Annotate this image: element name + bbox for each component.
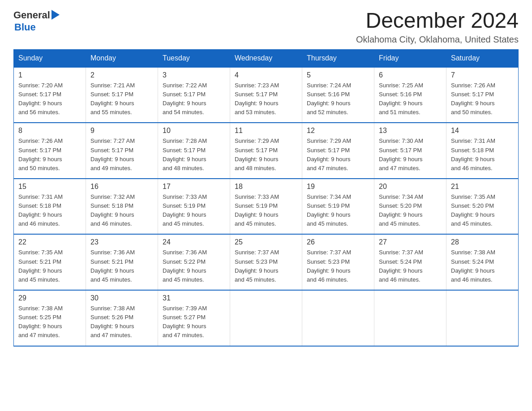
day-number: 16 [90, 183, 153, 191]
day-number: 5 [307, 71, 369, 79]
calendar-day-cell: 7 Sunrise: 7:26 AMSunset: 5:17 PMDayligh… [446, 67, 519, 123]
calendar-day-cell: 31 Sunrise: 7:39 AMSunset: 5:27 PMDaylig… [158, 290, 230, 346]
calendar-day-cell: 26 Sunrise: 7:37 AMSunset: 5:23 PMDaylig… [302, 234, 374, 290]
calendar-day-cell: 19 Sunrise: 7:34 AMSunset: 5:19 PMDaylig… [302, 179, 374, 235]
day-info: Sunrise: 7:24 AMSunset: 5:16 PMDaylight:… [307, 81, 369, 117]
calendar-day-cell: 3 Sunrise: 7:22 AMSunset: 5:17 PMDayligh… [158, 67, 230, 123]
day-info: Sunrise: 7:39 AMSunset: 5:27 PMDaylight:… [163, 304, 225, 340]
day-number: 9 [90, 127, 153, 135]
calendar-week-row: 1 Sunrise: 7:20 AMSunset: 5:17 PMDayligh… [14, 67, 519, 123]
day-number: 4 [235, 71, 297, 79]
calendar-day-cell [446, 290, 519, 346]
day-info: Sunrise: 7:27 AMSunset: 5:17 PMDaylight:… [90, 137, 153, 173]
calendar-day-cell: 11 Sunrise: 7:29 AMSunset: 5:17 PMDaylig… [230, 123, 302, 179]
page-title: December 2024 [356, 9, 519, 33]
logo: General Blue [13, 9, 60, 33]
day-number: 24 [163, 238, 225, 246]
day-info: Sunrise: 7:29 AMSunset: 5:17 PMDaylight:… [307, 137, 369, 173]
day-number: 25 [235, 238, 297, 246]
svg-marker-0 [51, 10, 60, 20]
day-info: Sunrise: 7:38 AMSunset: 5:24 PMDaylight:… [451, 248, 514, 284]
day-number: 28 [451, 238, 514, 246]
logo-arrow-icon [51, 10, 60, 21]
day-number: 3 [163, 71, 225, 79]
logo-blue-text: Blue [14, 21, 36, 33]
day-info: Sunrise: 7:26 AMSunset: 5:17 PMDaylight:… [18, 137, 81, 173]
calendar-day-cell: 23 Sunrise: 7:36 AMSunset: 5:21 PMDaylig… [86, 234, 158, 290]
day-info: Sunrise: 7:25 AMSunset: 5:16 PMDaylight:… [379, 81, 442, 117]
calendar-day-cell: 13 Sunrise: 7:30 AMSunset: 5:17 PMDaylig… [374, 123, 446, 179]
day-number: 23 [90, 238, 153, 246]
day-number: 1 [18, 71, 81, 79]
calendar-day-cell: 22 Sunrise: 7:35 AMSunset: 5:21 PMDaylig… [14, 234, 86, 290]
day-number: 6 [379, 71, 442, 79]
day-info: Sunrise: 7:37 AMSunset: 5:24 PMDaylight:… [379, 248, 442, 284]
day-info: Sunrise: 7:31 AMSunset: 5:18 PMDaylight:… [18, 193, 81, 229]
day-info: Sunrise: 7:34 AMSunset: 5:20 PMDaylight:… [379, 193, 442, 229]
page-header: General Blue December 2024 Oklahoma City… [13, 9, 519, 45]
day-number: 2 [90, 71, 153, 79]
calendar-day-cell: 14 Sunrise: 7:31 AMSunset: 5:18 PMDaylig… [446, 123, 519, 179]
calendar-day-cell: 1 Sunrise: 7:20 AMSunset: 5:17 PMDayligh… [14, 67, 86, 123]
day-info: Sunrise: 7:32 AMSunset: 5:18 PMDaylight:… [90, 193, 153, 229]
day-number: 14 [451, 127, 514, 135]
day-number: 22 [18, 238, 81, 246]
day-number: 12 [307, 127, 369, 135]
day-info: Sunrise: 7:21 AMSunset: 5:17 PMDaylight:… [90, 81, 153, 117]
calendar-day-cell: 15 Sunrise: 7:31 AMSunset: 5:18 PMDaylig… [14, 179, 86, 235]
calendar-day-cell: 12 Sunrise: 7:29 AMSunset: 5:17 PMDaylig… [302, 123, 374, 179]
day-number: 29 [18, 294, 81, 302]
page-subtitle: Oklahoma City, Oklahoma, United States [356, 34, 519, 45]
calendar-day-cell: 9 Sunrise: 7:27 AMSunset: 5:17 PMDayligh… [86, 123, 158, 179]
calendar-table: Sunday Monday Tuesday Wednesday Thursday… [13, 49, 519, 347]
day-number: 11 [235, 127, 297, 135]
day-number: 7 [451, 71, 514, 79]
day-number: 8 [18, 127, 81, 135]
day-info: Sunrise: 7:36 AMSunset: 5:21 PMDaylight:… [90, 248, 153, 284]
day-info: Sunrise: 7:34 AMSunset: 5:19 PMDaylight:… [307, 193, 369, 229]
calendar-day-cell: 2 Sunrise: 7:21 AMSunset: 5:17 PMDayligh… [86, 67, 158, 123]
day-number: 17 [163, 183, 225, 191]
col-sunday: Sunday [14, 49, 86, 67]
calendar-week-row: 22 Sunrise: 7:35 AMSunset: 5:21 PMDaylig… [14, 234, 519, 290]
logo-general-text: General [13, 9, 50, 21]
day-info: Sunrise: 7:33 AMSunset: 5:19 PMDaylight:… [163, 193, 225, 229]
day-number: 10 [163, 127, 225, 135]
day-info: Sunrise: 7:23 AMSunset: 5:17 PMDaylight:… [235, 81, 297, 117]
day-number: 15 [18, 183, 81, 191]
day-info: Sunrise: 7:38 AMSunset: 5:25 PMDaylight:… [18, 304, 81, 340]
day-number: 30 [90, 294, 153, 302]
calendar-day-cell: 24 Sunrise: 7:36 AMSunset: 5:22 PMDaylig… [158, 234, 230, 290]
col-friday: Friday [374, 49, 446, 67]
calendar-week-row: 15 Sunrise: 7:31 AMSunset: 5:18 PMDaylig… [14, 179, 519, 235]
day-info: Sunrise: 7:30 AMSunset: 5:17 PMDaylight:… [379, 137, 442, 173]
day-number: 19 [307, 183, 369, 191]
day-info: Sunrise: 7:29 AMSunset: 5:17 PMDaylight:… [235, 137, 297, 173]
calendar-day-cell: 4 Sunrise: 7:23 AMSunset: 5:17 PMDayligh… [230, 67, 302, 123]
day-info: Sunrise: 7:28 AMSunset: 5:17 PMDaylight:… [163, 137, 225, 173]
title-section: December 2024 Oklahoma City, Oklahoma, U… [356, 9, 519, 45]
day-number: 26 [307, 238, 369, 246]
calendar-day-cell: 8 Sunrise: 7:26 AMSunset: 5:17 PMDayligh… [14, 123, 86, 179]
col-saturday: Saturday [446, 49, 519, 67]
col-thursday: Thursday [302, 49, 374, 67]
calendar-day-cell: 18 Sunrise: 7:33 AMSunset: 5:19 PMDaylig… [230, 179, 302, 235]
calendar-day-cell: 27 Sunrise: 7:37 AMSunset: 5:24 PMDaylig… [374, 234, 446, 290]
calendar-week-row: 8 Sunrise: 7:26 AMSunset: 5:17 PMDayligh… [14, 123, 519, 179]
day-info: Sunrise: 7:38 AMSunset: 5:26 PMDaylight:… [90, 304, 153, 340]
calendar-day-cell [374, 290, 446, 346]
calendar-day-cell: 29 Sunrise: 7:38 AMSunset: 5:25 PMDaylig… [14, 290, 86, 346]
calendar-day-cell: 20 Sunrise: 7:34 AMSunset: 5:20 PMDaylig… [374, 179, 446, 235]
calendar-week-row: 29 Sunrise: 7:38 AMSunset: 5:25 PMDaylig… [14, 290, 519, 346]
day-info: Sunrise: 7:35 AMSunset: 5:21 PMDaylight:… [18, 248, 81, 284]
calendar-day-cell [302, 290, 374, 346]
calendar-day-cell: 10 Sunrise: 7:28 AMSunset: 5:17 PMDaylig… [158, 123, 230, 179]
day-number: 27 [379, 238, 442, 246]
day-number: 18 [235, 183, 297, 191]
calendar-day-cell [230, 290, 302, 346]
day-info: Sunrise: 7:31 AMSunset: 5:18 PMDaylight:… [451, 137, 514, 173]
day-number: 20 [379, 183, 442, 191]
day-info: Sunrise: 7:33 AMSunset: 5:19 PMDaylight:… [235, 193, 297, 229]
calendar-day-cell: 21 Sunrise: 7:35 AMSunset: 5:20 PMDaylig… [446, 179, 519, 235]
day-info: Sunrise: 7:26 AMSunset: 5:17 PMDaylight:… [451, 81, 514, 117]
